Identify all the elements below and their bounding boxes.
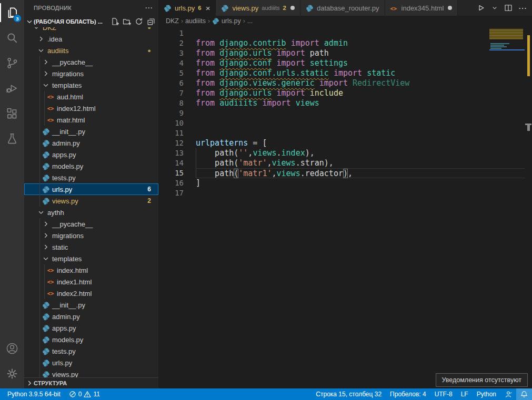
tree-file-apps-py[interactable]: apps.py <box>24 149 158 160</box>
breadcrumb-item[interactable]: audiiits <box>185 17 206 25</box>
outline-section-header[interactable]: СТРУКТУРА <box>24 377 158 388</box>
tree-file-index12-html[interactable]: <>index12.html <box>24 102 158 114</box>
workspace-section-header[interactable]: (РАБОЧАЯ ОБЛАСТЬ) ... <box>24 16 158 27</box>
line-number: 3 <box>158 48 184 58</box>
activity-source-control[interactable] <box>0 50 24 76</box>
status-eol-sequence[interactable]: LF <box>457 388 473 400</box>
split-editor-button[interactable] <box>504 3 513 13</box>
activity-search[interactable] <box>0 25 24 50</box>
tree-file-admin-py[interactable]: admin.py <box>24 311 158 322</box>
status-notifications-bell[interactable] <box>516 388 532 400</box>
tree-file-views-py[interactable]: views.py <box>24 368 158 377</box>
run-dropdown-button[interactable] <box>491 4 498 12</box>
tree-folder-migrations[interactable]: migrations <box>24 68 158 79</box>
tree-folder--pycache-[interactable]: __pycache__ <box>24 218 158 230</box>
tree-file-admin-py[interactable]: admin.py <box>24 137 158 149</box>
code-line-4[interactable]: 4from django.conf import settings <box>158 58 525 68</box>
tree-file-matr-html[interactable]: <>matr.html <box>24 114 158 126</box>
code-line-17[interactable]: 17 <box>158 188 525 198</box>
warning-count: 11 <box>93 391 99 398</box>
tree-file-index-html[interactable]: <>index.html <box>24 264 158 276</box>
status-language-mode[interactable]: Python <box>473 388 500 400</box>
tree-folder--idea[interactable]: .idea <box>24 33 158 45</box>
code-line-5[interactable]: 5from django.conf.urls.static import sta… <box>158 68 525 78</box>
tab-index345-html[interactable]: <>index345.html <box>385 0 458 16</box>
code-line-7[interactable]: 7from django.urls import include <box>158 88 525 98</box>
status-problems-counter[interactable]: 011 <box>65 388 104 400</box>
chevron-down-icon <box>41 81 51 89</box>
warning-icon <box>84 391 91 398</box>
code-line-2[interactable]: 2from django.contrib import admin <box>158 38 525 48</box>
breadcrumb-item[interactable]: ... <box>247 17 253 25</box>
code-editor[interactable]: 12from django.contrib import admin3from … <box>158 26 532 388</box>
code-line-6[interactable]: 6from django.views.generic import Redire… <box>158 78 525 88</box>
editor-more-actions-button[interactable]: ⋯ <box>518 3 527 13</box>
new-folder-button[interactable] <box>123 17 131 26</box>
ruler-warning-marks <box>527 35 530 76</box>
tree-file-index2-html[interactable]: <>index2.html <box>24 288 158 299</box>
python-file-icon <box>41 347 51 355</box>
code-line-13[interactable]: 13 path('',views.index), <box>158 148 525 158</box>
tree-file-models-py[interactable]: models.py <box>24 160 158 172</box>
status-encoding[interactable]: UTF-8 <box>430 388 457 400</box>
tree-file-views-py[interactable]: views.py2 <box>24 195 158 207</box>
activity-run-and-debug[interactable] <box>0 76 24 101</box>
status-cursor-position[interactable]: Строка 15, столбец 32 <box>312 388 386 400</box>
breadcrumb-item[interactable]: DKZ <box>166 17 179 25</box>
tree-file-urls-py[interactable]: urls.py <box>24 357 158 368</box>
collapse-folders-button[interactable] <box>147 17 155 26</box>
code-line-12[interactable]: 12urlpatterns = [ <box>158 138 525 148</box>
code-line-15[interactable]: 15 path('matr1',views.redactor), <box>158 168 525 178</box>
tree-folder-audiiits[interactable]: audiiits● <box>24 45 158 56</box>
activity-bar: 3 <box>0 0 24 388</box>
code-line-10[interactable]: 10 <box>158 118 525 128</box>
code-line-11[interactable]: 11 <box>158 128 525 138</box>
breadcrumb-item[interactable]: urls.py <box>212 17 241 25</box>
tree-file-index1-html[interactable]: <>index1.html <box>24 276 158 288</box>
tree-folder-templates[interactable]: templates <box>24 253 158 264</box>
tree-file-urls-py[interactable]: urls.py6 <box>24 183 158 195</box>
activity-explorer[interactable]: 3 <box>0 0 24 25</box>
tree-file-aud-html[interactable]: <>aud.html <box>24 91 158 102</box>
tree-file-tests-py[interactable]: tests.py <box>24 172 158 183</box>
tab-database-roouter-py[interactable]: database_roouter.py <box>300 0 385 16</box>
code-line-14[interactable]: 14 path('matr',views.stran), <box>158 158 525 168</box>
tree-file--init-py[interactable]: __init__.py <box>24 126 158 137</box>
status-indentation[interactable]: Пробелов: 4 <box>386 388 430 400</box>
tree-item-label: matr.html <box>57 116 85 124</box>
status-feedback-button[interactable] <box>500 388 516 400</box>
tree-folder--pycache-[interactable]: __pycache__ <box>24 56 158 68</box>
explorer-more-icon[interactable]: ⋯ <box>145 3 153 13</box>
code-line-1[interactable]: 1 <box>158 28 525 38</box>
tree-file-apps-py[interactable]: apps.py <box>24 322 158 334</box>
new-file-button[interactable] <box>111 17 119 26</box>
tree-item-label: tests.py <box>52 347 76 355</box>
tree-folder-dkz[interactable]: DKZ● <box>24 27 158 33</box>
tree-file--init-py[interactable]: __init__.py <box>24 299 158 311</box>
activity-testing[interactable] <box>0 126 24 151</box>
activity-badge: 3 <box>13 14 22 23</box>
tree-folder-templates[interactable]: templates <box>24 79 158 91</box>
dirty-dot-icon[interactable] <box>448 6 452 10</box>
overview-ruler[interactable] <box>525 26 532 388</box>
run-button[interactable] <box>476 3 486 13</box>
activity-account[interactable] <box>0 336 24 361</box>
code-line-8[interactable]: 8from audiiits import views <box>158 98 525 108</box>
tab-views-py[interactable]: views.pyaudiiits2 <box>216 0 300 16</box>
tree-folder-aythh[interactable]: aythh <box>24 207 158 218</box>
tab-urls-py[interactable]: urls.py6× <box>158 0 216 16</box>
activity-extensions[interactable] <box>0 101 24 126</box>
tree-item-label: index12.html <box>57 105 96 112</box>
activity-settings[interactable] <box>0 361 24 386</box>
refresh-explorer-button[interactable] <box>135 17 143 26</box>
dirty-dot-icon[interactable] <box>290 6 295 10</box>
tree-file-models-py[interactable]: models.py <box>24 334 158 345</box>
close-icon[interactable]: × <box>206 4 210 12</box>
tree-folder-migrations[interactable]: migrations <box>24 230 158 241</box>
code-line-16[interactable]: 16] <box>158 178 525 188</box>
tree-folder-static[interactable]: static <box>24 241 158 253</box>
status-python-interpreter[interactable]: Python 3.9.5 64-bit <box>3 388 65 400</box>
code-line-9[interactable]: 9 <box>158 108 525 118</box>
tree-file-tests-py[interactable]: tests.py <box>24 345 158 357</box>
code-line-3[interactable]: 3from django.urls import path <box>158 48 525 58</box>
